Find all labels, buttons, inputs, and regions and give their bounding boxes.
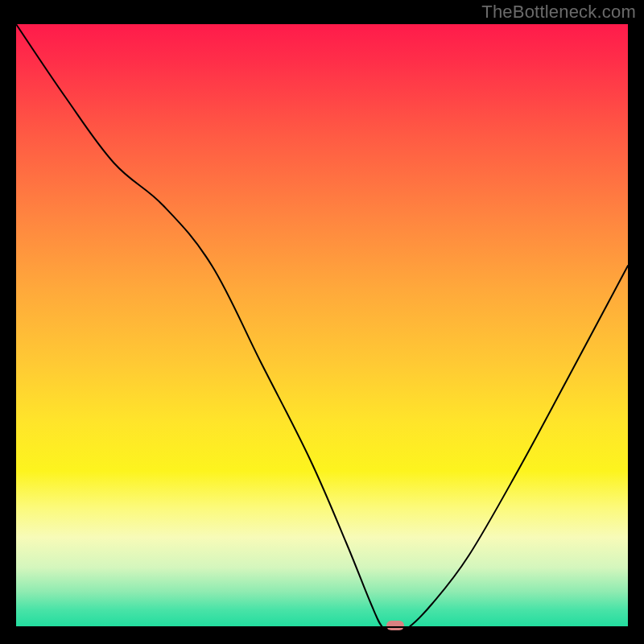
- x-axis-baseline: [16, 626, 628, 628]
- optimum-marker: [386, 621, 404, 630]
- chart-frame: TheBottleneck.com: [0, 0, 644, 644]
- watermark-text: TheBottleneck.com: [481, 2, 636, 23]
- bottleneck-curve: [16, 24, 628, 630]
- curve-svg: [16, 24, 628, 628]
- plot-area: [16, 24, 628, 628]
